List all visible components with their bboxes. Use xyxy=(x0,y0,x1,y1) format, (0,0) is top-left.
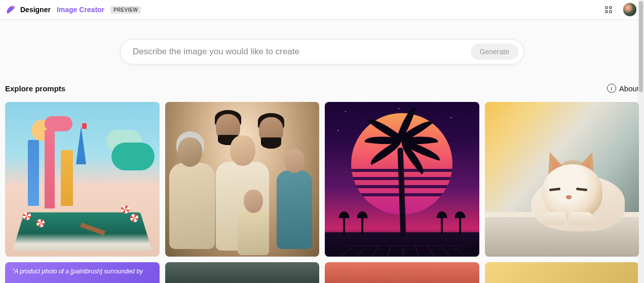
header-left: Designer Image Creator PREVIEW xyxy=(5,4,141,15)
prompt-card-papercraft-city[interactable] xyxy=(5,102,160,257)
prompt-card-peek-3[interactable] xyxy=(325,262,479,284)
product-name[interactable]: Image Creator xyxy=(57,6,104,14)
svg-rect-4 xyxy=(610,11,612,13)
user-avatar[interactable] xyxy=(623,3,637,17)
preview-badge: PREVIEW xyxy=(110,6,141,14)
prompt-grid xyxy=(5,102,639,257)
prompt-card-peek-4[interactable] xyxy=(485,262,639,284)
prompt-bar: Generate xyxy=(120,39,524,64)
thumbnail-image xyxy=(485,102,639,257)
header-right xyxy=(603,3,637,17)
section-header: Explore prompts i About xyxy=(5,84,639,102)
designer-logo-icon xyxy=(5,4,16,15)
prompt-card-peek-2[interactable] xyxy=(165,262,320,284)
scrollbar-thumb[interactable] xyxy=(639,1,643,92)
prompt-card-retrowave-palm[interactable] xyxy=(325,102,479,257)
info-icon: i xyxy=(607,84,616,93)
section-title: Explore prompts xyxy=(5,84,65,93)
thumbnail-image xyxy=(325,102,479,257)
prompt-bar-container: Generate xyxy=(5,20,639,84)
svg-point-0 xyxy=(12,6,14,8)
about-link[interactable]: i About xyxy=(607,84,639,93)
svg-point-2 xyxy=(610,7,612,9)
prompt-card-sleeping-cat[interactable] xyxy=(485,102,639,257)
thumbnail-image xyxy=(5,102,160,257)
generate-button[interactable]: Generate xyxy=(471,44,518,60)
svg-point-1 xyxy=(605,7,608,9)
prompt-card-product-photo[interactable]: "A product photo of a [paintbrush] surro… xyxy=(5,262,160,284)
prompt-input[interactable] xyxy=(133,47,471,57)
about-label: About xyxy=(619,84,639,93)
brand-name: Designer xyxy=(20,6,51,14)
thumbnail-image xyxy=(165,102,320,257)
prompt-grid-row2: "A product photo of a [paintbrush] surro… xyxy=(5,262,639,284)
apps-icon[interactable] xyxy=(603,5,614,15)
app-header: Designer Image Creator PREVIEW xyxy=(0,0,644,20)
prompt-card-family-portrait[interactable] xyxy=(165,102,320,257)
svg-point-3 xyxy=(605,11,608,13)
prompt-text-preview: "A product photo of a [paintbrush] surro… xyxy=(12,268,143,275)
main-content: Generate Explore prompts i About xyxy=(0,20,644,283)
